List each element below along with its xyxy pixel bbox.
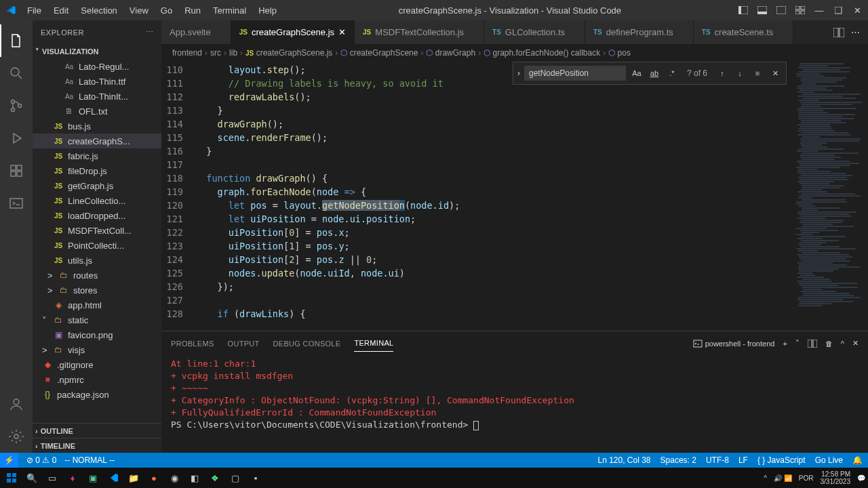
breadcrumb-item[interactable]: ⬡ pos — [608, 48, 631, 58]
tree-item[interactable]: JScreateGraphS... — [33, 134, 161, 148]
menu-edit[interactable]: Edit — [48, 3, 74, 18]
status-item[interactable]: { } JavaScript — [757, 455, 806, 465]
panel-close-icon[interactable]: ✕ — [852, 339, 859, 348]
split-terminal-icon[interactable] — [808, 340, 817, 348]
breadcrumb-item[interactable]: frontend — [172, 48, 202, 58]
tree-item[interactable]: >🗀routes — [33, 268, 161, 283]
status-item[interactable]: UTF-8 — [706, 455, 729, 465]
breadcrumb-item[interactable]: ⬡ drawGraph — [426, 48, 475, 58]
timeline-section[interactable]: ›TIMELINE — [33, 438, 161, 453]
close-icon[interactable]: ✕ — [338, 27, 346, 37]
tree-item[interactable]: JSbus.js — [33, 119, 161, 134]
find-input[interactable] — [524, 66, 626, 81]
status-item[interactable]: Ln 120, Col 38 — [597, 455, 650, 465]
menu-file[interactable]: File — [22, 3, 47, 18]
menu-terminal[interactable]: Terminal — [208, 3, 252, 18]
firefox-icon[interactable]: ● — [145, 470, 163, 486]
layout-grid-icon[interactable] — [795, 6, 806, 14]
bell-icon[interactable]: 🔔 — [852, 455, 863, 465]
start-icon[interactable] — [3, 470, 20, 486]
tree-item[interactable]: JSloadDropped... — [33, 208, 161, 223]
task-app-icon[interactable]: ▣ — [84, 470, 102, 486]
tab[interactable]: App.svelte✕ — [161, 20, 231, 44]
tab[interactable]: JScreateGraphScene.js✕ — [231, 20, 355, 44]
maximize-icon[interactable] — [833, 6, 844, 14]
status-item[interactable]: Spaces: 2 — [660, 455, 696, 465]
tree-item[interactable]: JSLineCollectio... — [33, 193, 161, 208]
panel-bottom-icon[interactable] — [757, 6, 768, 14]
find-expand-icon[interactable]: › — [517, 68, 520, 78]
shell-icon[interactable]: powershell - frontend — [693, 339, 775, 348]
tree-item[interactable]: JSfabric.js — [33, 148, 161, 163]
task-app-icon[interactable]: ❖ — [206, 470, 224, 486]
editor[interactable]: › Aa ab .* ? of 6 ↑ ↓ ≡ ✕ 11011111211311… — [161, 62, 868, 331]
explorer-icon[interactable] — [0, 24, 33, 57]
close-icon[interactable]: ✕ — [852, 6, 863, 14]
tree-item[interactable]: ▣favicon.png — [33, 327, 161, 342]
breadcrumb-item[interactable]: ⬡ createGraphScene — [340, 48, 418, 58]
new-terminal-icon[interactable]: + — [783, 340, 787, 348]
tree-item[interactable]: JSMSDFTextColl... — [33, 223, 161, 238]
find-selection-icon[interactable]: ≡ — [751, 66, 764, 80]
tree-item[interactable]: ◈app.html — [33, 298, 161, 312]
menu-run[interactable]: Run — [179, 3, 206, 18]
code-content[interactable]: layout.step(); // Drawing labels is heav… — [195, 62, 793, 331]
tree-item[interactable]: >🗀stores — [33, 283, 161, 298]
settings-icon[interactable] — [0, 420, 33, 453]
tree-item[interactable]: >🗀visjs — [33, 342, 161, 357]
terminal[interactable]: At line:1 char:1+ vcpkg install msdfgen+… — [161, 355, 868, 453]
tree-item[interactable]: JSPointCollecti... — [33, 238, 161, 253]
tab[interactable]: TScreateScene.ts✕ — [694, 20, 794, 44]
terminal-panel-icon[interactable] — [0, 187, 33, 220]
errors-status[interactable]: ⊘ 0 ⚠ 0 — [26, 455, 56, 465]
terminal-dropdown-icon[interactable]: ˅ — [795, 339, 800, 348]
split-editor-icon[interactable] — [833, 28, 844, 37]
task-app-icon[interactable]: ◧ — [186, 470, 203, 486]
more-icon[interactable]: ⋯ — [851, 27, 860, 37]
search-icon[interactable] — [0, 57, 33, 89]
explorer-taskbar-icon[interactable]: 📁 — [125, 470, 142, 486]
tray-lang[interactable]: POR — [799, 474, 814, 482]
debug-icon[interactable] — [0, 122, 33, 155]
breadcrumb-item[interactable]: ⬡ graph.forEachNode() callback — [484, 48, 600, 58]
regex-icon[interactable]: .* — [665, 66, 679, 80]
panel-maximize-icon[interactable]: ^ — [841, 340, 844, 348]
account-icon[interactable] — [0, 388, 33, 420]
tray-icons[interactable]: 🔊 📶 — [774, 474, 792, 482]
breadcrumbs[interactable]: frontend›src›lib›JS createGraphScene.js›… — [161, 44, 868, 62]
vscode-taskbar-icon[interactable] — [104, 470, 122, 486]
notifications-icon[interactable]: 💬 — [857, 474, 865, 482]
panel-tab-debug-console[interactable]: DEBUG CONSOLE — [273, 336, 341, 352]
task-app-icon[interactable]: ♦ — [64, 470, 81, 486]
panel-tab-output[interactable]: OUTPUT — [228, 336, 260, 352]
status-item[interactable]: LF — [738, 455, 748, 465]
panel-tab-problems[interactable]: PROBLEMS — [171, 336, 214, 352]
breadcrumb-item[interactable]: src — [210, 48, 221, 58]
panel-left-icon[interactable] — [738, 6, 749, 14]
find-prev-icon[interactable]: ↑ — [715, 66, 729, 80]
task-app-icon[interactable]: ▭ — [43, 470, 61, 486]
kill-terminal-icon[interactable]: 🗑 — [825, 340, 833, 348]
menu-view[interactable]: View — [124, 3, 154, 18]
tray-chevron-icon[interactable]: ^ — [764, 474, 767, 482]
tree-item[interactable]: ˅🗀static — [33, 312, 161, 327]
scm-icon[interactable] — [0, 89, 33, 122]
tree-item[interactable]: AaLato-Regul... — [33, 59, 161, 74]
tree-item[interactable]: AaLato-Thin.ttf — [33, 74, 161, 89]
panel-right-icon[interactable] — [776, 6, 787, 14]
tab[interactable]: JSMSDFTextCollection.js✕ — [355, 20, 484, 44]
breadcrumb-item[interactable]: JS createGraphScene.js — [245, 48, 332, 58]
tree-item[interactable]: JSutils.js — [33, 253, 161, 268]
remote-icon[interactable]: ⚡ — [0, 453, 18, 468]
tree-item[interactable]: {}package.json — [33, 387, 161, 402]
match-case-icon[interactable]: Aa — [630, 66, 644, 80]
menu-go[interactable]: Go — [155, 3, 178, 18]
match-word-icon[interactable]: ab — [648, 66, 661, 80]
outline-section[interactable]: ›OUTLINE — [33, 423, 161, 438]
tray-clock[interactable]: 12:58 PM3/31/2023 — [821, 470, 851, 485]
minimize-icon[interactable]: — — [814, 6, 825, 14]
chrome-icon[interactable]: ◉ — [165, 470, 183, 486]
breadcrumb-item[interactable]: lib — [229, 48, 237, 58]
tree-item[interactable]: JSgetGraph.js — [33, 178, 161, 193]
tree-item[interactable]: ◆.gitignore — [33, 357, 161, 372]
